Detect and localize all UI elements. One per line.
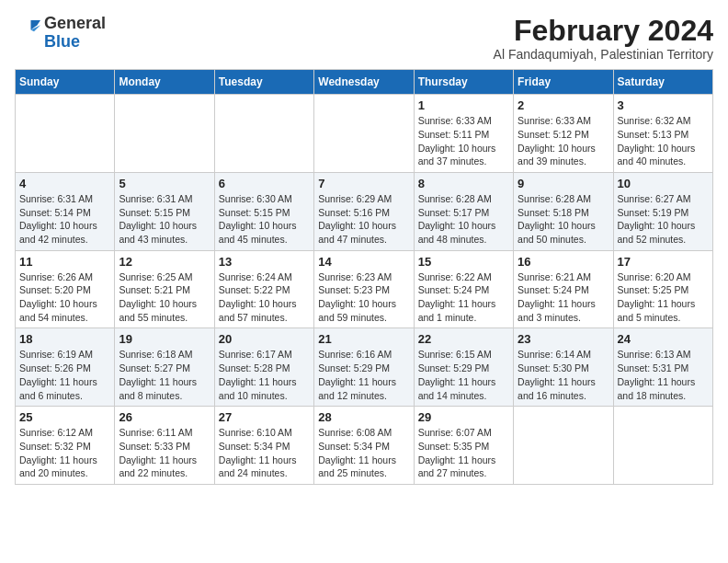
calendar-cell: 15Sunrise: 6:22 AM Sunset: 5:24 PM Dayli… xyxy=(414,250,513,328)
day-number: 24 xyxy=(618,332,709,346)
calendar-cell: 20Sunrise: 6:17 AM Sunset: 5:28 PM Dayli… xyxy=(214,328,313,407)
calendar-cell xyxy=(115,95,214,173)
calendar-cell: 5Sunrise: 6:31 AM Sunset: 5:15 PM Daylig… xyxy=(115,172,214,250)
day-number: 8 xyxy=(418,177,509,190)
day-number: 29 xyxy=(418,410,509,424)
calendar-cell: 13Sunrise: 6:24 AM Sunset: 5:22 PM Dayli… xyxy=(214,250,313,328)
calendar-cell: 1Sunrise: 6:33 AM Sunset: 5:11 PM Daylig… xyxy=(414,95,513,173)
day-info: Sunrise: 6:27 AM Sunset: 5:19 PM Dayligh… xyxy=(618,192,709,247)
day-info: Sunrise: 6:16 AM Sunset: 5:29 PM Dayligh… xyxy=(318,348,409,402)
column-header-monday: Monday xyxy=(115,70,214,95)
day-info: Sunrise: 6:19 AM Sunset: 5:26 PM Dayligh… xyxy=(19,348,110,402)
calendar-cell: 28Sunrise: 6:08 AM Sunset: 5:34 PM Dayli… xyxy=(314,407,414,485)
day-info: Sunrise: 6:14 AM Sunset: 5:30 PM Dayligh… xyxy=(518,348,609,402)
day-info: Sunrise: 6:15 AM Sunset: 5:29 PM Dayligh… xyxy=(418,348,509,402)
day-info: Sunrise: 6:28 AM Sunset: 5:17 PM Dayligh… xyxy=(418,192,509,247)
day-number: 10 xyxy=(618,177,709,190)
day-number: 6 xyxy=(219,177,310,190)
calendar-cell: 12Sunrise: 6:25 AM Sunset: 5:21 PM Dayli… xyxy=(115,250,214,328)
calendar-cell: 4Sunrise: 6:31 AM Sunset: 5:14 PM Daylig… xyxy=(16,172,115,250)
day-number: 11 xyxy=(19,255,110,269)
day-info: Sunrise: 6:28 AM Sunset: 5:18 PM Dayligh… xyxy=(518,192,609,247)
day-number: 13 xyxy=(219,255,310,269)
column-header-wednesday: Wednesday xyxy=(314,70,414,95)
day-info: Sunrise: 6:12 AM Sunset: 5:32 PM Dayligh… xyxy=(19,426,110,480)
calendar-cell: 18Sunrise: 6:19 AM Sunset: 5:26 PM Dayli… xyxy=(16,328,115,407)
day-number: 15 xyxy=(418,255,509,269)
day-number: 17 xyxy=(618,255,709,269)
calendar-cell: 22Sunrise: 6:15 AM Sunset: 5:29 PM Dayli… xyxy=(414,328,513,407)
calendar-table: SundayMondayTuesdayWednesdayThursdayFrid… xyxy=(15,69,713,485)
day-number: 12 xyxy=(119,255,210,269)
day-info: Sunrise: 6:33 AM Sunset: 5:11 PM Dayligh… xyxy=(418,114,509,168)
day-info: Sunrise: 6:29 AM Sunset: 5:16 PM Dayligh… xyxy=(318,192,409,247)
calendar-cell xyxy=(214,95,313,173)
location-subtitle: Al Fandaqumiyah, Palestinian Territory xyxy=(494,47,713,62)
logo-text: General Blue xyxy=(44,15,106,52)
calendar-cell: 17Sunrise: 6:20 AM Sunset: 5:25 PM Dayli… xyxy=(613,250,712,328)
calendar-cell: 25Sunrise: 6:12 AM Sunset: 5:32 PM Dayli… xyxy=(16,407,115,485)
day-number: 9 xyxy=(518,177,609,190)
day-info: Sunrise: 6:11 AM Sunset: 5:33 PM Dayligh… xyxy=(119,426,210,480)
day-number: 25 xyxy=(19,410,110,424)
calendar-cell: 16Sunrise: 6:21 AM Sunset: 5:24 PM Dayli… xyxy=(514,250,613,328)
calendar-cell xyxy=(613,407,712,485)
day-info: Sunrise: 6:30 AM Sunset: 5:15 PM Dayligh… xyxy=(219,192,310,247)
day-number: 3 xyxy=(618,98,709,112)
calendar-cell: 8Sunrise: 6:28 AM Sunset: 5:17 PM Daylig… xyxy=(414,172,513,250)
day-number: 16 xyxy=(518,255,609,269)
day-info: Sunrise: 6:33 AM Sunset: 5:12 PM Dayligh… xyxy=(518,114,609,168)
logo-icon xyxy=(15,20,40,46)
calendar-cell: 3Sunrise: 6:32 AM Sunset: 5:13 PM Daylig… xyxy=(613,95,712,173)
calendar-cell xyxy=(16,95,115,173)
calendar-cell: 11Sunrise: 6:26 AM Sunset: 5:20 PM Dayli… xyxy=(16,250,115,328)
calendar-cell: 21Sunrise: 6:16 AM Sunset: 5:29 PM Dayli… xyxy=(314,328,414,407)
day-info: Sunrise: 6:10 AM Sunset: 5:34 PM Dayligh… xyxy=(219,426,310,480)
column-header-friday: Friday xyxy=(514,70,613,95)
calendar-cell: 7Sunrise: 6:29 AM Sunset: 5:16 PM Daylig… xyxy=(314,172,414,250)
calendar-cell: 26Sunrise: 6:11 AM Sunset: 5:33 PM Dayli… xyxy=(115,407,214,485)
calendar-cell xyxy=(514,407,613,485)
calendar-cell: 27Sunrise: 6:10 AM Sunset: 5:34 PM Dayli… xyxy=(214,407,313,485)
day-number: 14 xyxy=(318,255,409,269)
page-header: General Blue February 2024 Al Fandaqumiy… xyxy=(15,15,713,62)
column-header-tuesday: Tuesday xyxy=(214,70,313,95)
day-number: 5 xyxy=(119,177,210,190)
day-info: Sunrise: 6:20 AM Sunset: 5:25 PM Dayligh… xyxy=(618,270,709,325)
calendar-cell: 23Sunrise: 6:14 AM Sunset: 5:30 PM Dayli… xyxy=(514,328,613,407)
day-number: 20 xyxy=(219,332,310,346)
calendar-cell: 24Sunrise: 6:13 AM Sunset: 5:31 PM Dayli… xyxy=(613,328,712,407)
day-number: 1 xyxy=(418,98,509,112)
day-info: Sunrise: 6:17 AM Sunset: 5:28 PM Dayligh… xyxy=(219,348,310,402)
day-number: 7 xyxy=(318,177,409,190)
day-number: 27 xyxy=(219,410,310,424)
calendar-cell: 9Sunrise: 6:28 AM Sunset: 5:18 PM Daylig… xyxy=(514,172,613,250)
column-header-sunday: Sunday xyxy=(16,70,115,95)
calendar-cell: 29Sunrise: 6:07 AM Sunset: 5:35 PM Dayli… xyxy=(414,407,513,485)
day-info: Sunrise: 6:18 AM Sunset: 5:27 PM Dayligh… xyxy=(119,348,210,402)
day-number: 22 xyxy=(418,332,509,346)
day-info: Sunrise: 6:31 AM Sunset: 5:14 PM Dayligh… xyxy=(19,192,110,247)
day-number: 23 xyxy=(518,332,609,346)
day-info: Sunrise: 6:07 AM Sunset: 5:35 PM Dayligh… xyxy=(418,426,509,480)
day-number: 4 xyxy=(19,177,110,190)
day-info: Sunrise: 6:24 AM Sunset: 5:22 PM Dayligh… xyxy=(219,270,310,325)
logo: General Blue xyxy=(15,15,106,52)
day-info: Sunrise: 6:31 AM Sunset: 5:15 PM Dayligh… xyxy=(119,192,210,247)
day-number: 21 xyxy=(318,332,409,346)
month-year-title: February 2024 xyxy=(494,15,713,47)
day-info: Sunrise: 6:13 AM Sunset: 5:31 PM Dayligh… xyxy=(618,348,709,402)
day-number: 2 xyxy=(518,98,609,112)
day-info: Sunrise: 6:26 AM Sunset: 5:20 PM Dayligh… xyxy=(19,270,110,325)
day-info: Sunrise: 6:22 AM Sunset: 5:24 PM Dayligh… xyxy=(418,270,509,325)
calendar-cell: 2Sunrise: 6:33 AM Sunset: 5:12 PM Daylig… xyxy=(514,95,613,173)
column-header-saturday: Saturday xyxy=(613,70,712,95)
day-info: Sunrise: 6:32 AM Sunset: 5:13 PM Dayligh… xyxy=(618,114,709,168)
title-block: February 2024 Al Fandaqumiyah, Palestini… xyxy=(494,15,713,62)
calendar-cell: 6Sunrise: 6:30 AM Sunset: 5:15 PM Daylig… xyxy=(214,172,313,250)
calendar-cell: 14Sunrise: 6:23 AM Sunset: 5:23 PM Dayli… xyxy=(314,250,414,328)
day-info: Sunrise: 6:21 AM Sunset: 5:24 PM Dayligh… xyxy=(518,270,609,325)
day-number: 18 xyxy=(19,332,110,346)
day-info: Sunrise: 6:08 AM Sunset: 5:34 PM Dayligh… xyxy=(318,426,409,480)
calendar-cell: 10Sunrise: 6:27 AM Sunset: 5:19 PM Dayli… xyxy=(613,172,712,250)
